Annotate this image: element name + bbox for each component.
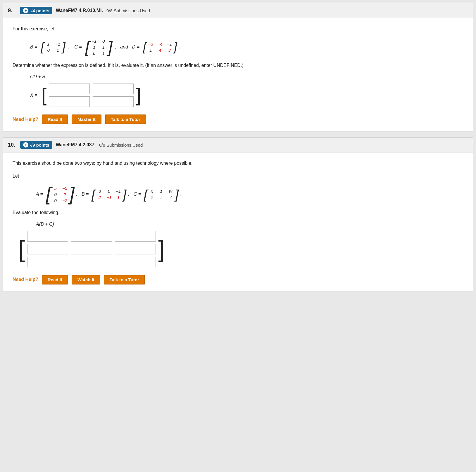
q10-c-bracket-right: ] [175,188,179,201]
q10-a-r0c1: −5 [62,186,68,191]
q10-read-it-button[interactable]: Read It [42,275,68,284]
q10-let: Let [13,172,463,180]
q9-period: . [179,44,180,50]
q10-expression-label: A(B + C) [36,222,463,227]
q9-read-it-button[interactable]: Read It [42,114,68,124]
q9-c-label: C = [74,44,82,50]
q9-d-r0c2: −1 [167,41,172,46]
q10-c-bracket-left: [ [144,188,147,201]
q10-input-r0c0[interactable] [27,231,68,242]
q10-b-r0c2: −1 [116,189,121,194]
page-container: 9. + -/4 points WaneFM7 4.R.010.MI. 0/8 … [0,0,476,295]
q10-matrices-display: A = [ 5 −5 0 2 0 −2 ] , B = [36,185,463,204]
q9-d-bracket-right: ] [174,41,177,53]
q10-b-r1c1: −1 [106,195,112,200]
q10-a-r2c1: −2 [62,198,68,203]
q9-need-help-row: Need Help? Read It Master It Talk to a T… [13,114,463,124]
q10-input-r2c0[interactable] [27,257,68,267]
q9-number: 9. [8,8,17,14]
q10-b-r0c0: 3 [97,189,102,194]
q10-a-comma: , [76,192,77,197]
q9-points-badge: + -/4 points [20,7,52,14]
q9-answer-grid [49,82,134,108]
q9-matrices-display: B = [ 1 −1 0 1 ] , C = [ [30,38,463,56]
q9-input-r0c1[interactable] [93,84,134,94]
q9-input-r0c0[interactable] [49,84,90,94]
q9-b-comma: , [68,44,69,50]
q10-c-matrix: [ x 1 w z r 4 ] [144,188,179,201]
q9-input-r1c1[interactable] [93,96,134,107]
q10-points-label: -/9 points [30,143,49,148]
question-9-block: 9. + -/4 points WaneFM7 4.R.010.MI. 0/8 … [3,3,473,131]
q9-b-label: B = [30,44,37,50]
q9-c-matrix: [ −1 0 1 1 0 1 ] [85,38,113,56]
q10-input-r0c2[interactable] [115,231,156,242]
q10-input-r1c1[interactable] [71,244,112,254]
q10-b-r1c2: 1 [116,195,121,200]
q9-c-r2c0: 0 [92,51,97,56]
q10-input-r1c0[interactable] [27,244,68,254]
q9-b-matrix: [ 1 −1 0 1 ] [41,41,65,53]
q9-d-bracket-left: [ [143,41,146,53]
q10-b-grid: 3 0 −1 2 −1 1 [95,188,123,200]
q9-d-r1c1: 4 [157,48,163,53]
q10-input-r0c1[interactable] [71,231,112,242]
q10-input-r2c2[interactable] [115,257,156,267]
q10-intro: This exercise should be done two ways: b… [13,159,463,167]
q9-expression-label: CD + B [30,74,463,79]
q9-answer-matrix: X = [ ] [30,82,463,108]
q10-input-r1c2[interactable] [115,244,156,254]
q10-c-r0c1: 1 [159,189,164,194]
question-10-header: 10. + -/9 points WaneFM7 4.2.037. 0/8 Su… [3,138,473,152]
q10-a-label: A = [36,192,43,197]
q10-a-matrix: [ 5 −5 0 2 0 −2 ] [46,185,75,204]
q9-need-help-label: Need Help? [13,117,38,122]
q9-d-r1c2: 3 [167,48,172,53]
q9-c-grid: −1 0 1 1 0 1 [90,38,108,56]
q10-id: WaneFM7 4.2.037. [56,142,96,148]
q9-c-comma: , [115,44,116,50]
q10-plus-icon: + [23,142,28,148]
q10-points-badge: + -/9 points [20,141,52,149]
q10-b-label: B = [82,192,89,197]
q9-points-label: -/4 points [30,8,49,13]
q9-d-r0c0: −3 [148,41,153,46]
q9-c-r1c1: 1 [101,45,106,50]
q10-a-r1c1: 2 [62,192,68,197]
q9-b-r0c1: −1 [55,41,61,46]
q10-b-matrix: [ 3 0 −1 2 −1 1 ] [92,188,126,201]
q10-c-r0c2: w [168,189,173,194]
q10-c-r0c0: x [149,189,155,194]
q9-c-bracket-right: ] [108,39,113,55]
q10-answer-grid [27,230,156,268]
q9-b-r0c0: 1 [46,41,51,46]
q9-answer-bracket-left: [ [41,86,46,105]
q10-talk-tutor-button[interactable]: Talk to a Tutor [104,275,145,284]
q10-watch-it-button[interactable]: Watch It [72,275,100,284]
q10-submissions: 0/8 Submissions Used [99,143,143,148]
q9-c-bracket-left: [ [85,39,90,55]
q10-b-r1c0: 2 [97,195,102,200]
q10-input-r2c1[interactable] [71,257,112,267]
q10-b-bracket-right: ] [123,188,126,201]
q9-master-it-button[interactable]: Master It [72,114,101,124]
q9-d-grid: −3 −4 −1 1 4 3 [146,41,174,53]
q9-c-r2c1: 1 [101,51,106,56]
q9-id: WaneFM7 4.R.010.MI. [56,8,103,13]
q9-intro: For this exercise, let [13,25,463,33]
q10-answer-matrix: [ ] [18,230,463,268]
q9-input-r1c0[interactable] [49,96,90,107]
q10-c-grid: x 1 w z r 4 [148,188,175,200]
q9-d-matrix: [ −3 −4 −1 1 4 3 ] [143,41,177,53]
q9-c-r0c1: 0 [101,39,106,44]
q10-c-r1c2: 4 [168,195,173,200]
q10-evaluate-label: Evaluate the following. [13,209,463,216]
q9-b-r1c0: 0 [46,48,51,53]
q10-c-r1c1: r [159,195,164,200]
q9-talk-tutor-button[interactable]: Talk to a Tutor [105,114,146,124]
q9-d-r0c1: −4 [157,41,163,46]
q9-d-r1c0: 1 [148,48,153,53]
q9-and: and [120,44,128,50]
q10-answer-bracket-right: ] [158,237,165,261]
q9-instruction: Determine whether the expression is defi… [13,62,463,69]
